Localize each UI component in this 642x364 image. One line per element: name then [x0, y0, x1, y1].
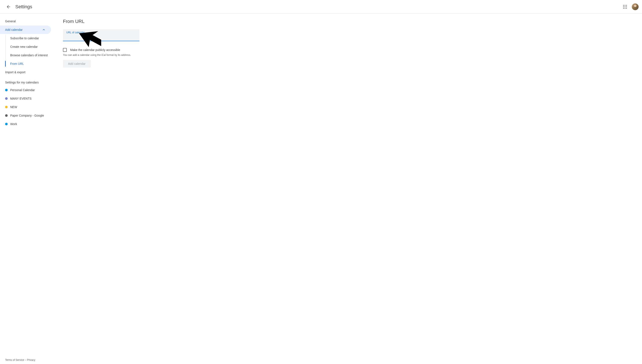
- sidebar-subitem-browse[interactable]: Browse calendars of interest: [0, 51, 55, 60]
- calendar-name: Personal Calendar: [10, 88, 35, 92]
- url-input[interactable]: [66, 34, 136, 40]
- calendar-item-personal[interactable]: Personal Calendar: [0, 86, 55, 94]
- chevron-up-icon: [42, 28, 46, 32]
- svg-point-6: [623, 8, 624, 9]
- footer: Terms of Service – Privacy: [0, 356, 642, 364]
- svg-point-2: [626, 5, 627, 6]
- calendar-item-many-events[interactable]: MANY EVENTS: [0, 94, 55, 103]
- sidebar-sublabel-browse: Browse calendars of interest: [10, 54, 48, 57]
- svg-point-3: [623, 6, 624, 7]
- sidebar-label-general: General: [5, 20, 16, 23]
- svg-point-0: [623, 5, 624, 6]
- helper-text: You can add a calendar using the iCal fo…: [63, 54, 633, 56]
- calendar-color-dot: [5, 97, 8, 100]
- calendar-color-dot: [5, 123, 8, 125]
- terms-link[interactable]: Terms of Service: [5, 358, 24, 362]
- account-avatar[interactable]: [632, 4, 638, 10]
- header-bar: Settings: [0, 0, 642, 14]
- calendar-name: NEW: [10, 105, 17, 109]
- sidebar-subitem-subscribe[interactable]: Subscribe to calendar: [0, 34, 55, 42]
- sidebar-item-general[interactable]: General: [0, 17, 51, 26]
- sidebar-subitem-from-url[interactable]: From URL: [0, 60, 55, 68]
- sidebar-sublabel-subscribe: Subscribe to calendar: [10, 36, 39, 40]
- public-checkbox[interactable]: [63, 48, 67, 52]
- svg-point-7: [624, 8, 625, 9]
- sidebar-subitem-create-new[interactable]: Create new calendar: [0, 42, 55, 51]
- apps-launcher-button[interactable]: [620, 2, 630, 12]
- calendar-name: Paper Company - Google: [10, 114, 44, 117]
- page-title: Settings: [15, 4, 32, 10]
- arrow-back-icon: [6, 4, 11, 9]
- calendar-color-dot: [5, 106, 8, 108]
- svg-point-5: [626, 6, 627, 7]
- calendar-color-dot: [5, 89, 8, 91]
- privacy-link[interactable]: Privacy: [27, 358, 35, 362]
- public-checkbox-row: Make the calendar publicly accessible: [63, 48, 633, 52]
- sidebar-item-import-export[interactable]: Import & export: [0, 68, 51, 76]
- svg-point-1: [624, 5, 625, 6]
- calendar-item-new[interactable]: NEW: [0, 103, 55, 111]
- url-input-container[interactable]: URL of calendar: [63, 29, 139, 41]
- calendar-name: Work: [10, 122, 17, 126]
- add-calendar-button[interactable]: Add calendar: [63, 60, 91, 68]
- calendar-item-paper-company[interactable]: Paper Company - Google: [0, 111, 55, 120]
- calendar-item-work[interactable]: Work: [0, 120, 55, 128]
- apps-grid-icon: [622, 4, 627, 9]
- svg-point-4: [624, 6, 625, 7]
- settings-sidebar: General Add calendar Subscribe to calend…: [0, 14, 55, 356]
- main-content-area: From URL URL of calendar Make the calend…: [55, 14, 642, 356]
- sidebar-item-add-calendar[interactable]: Add calendar: [0, 26, 51, 34]
- sidebar-label-add-calendar: Add calendar: [5, 28, 23, 32]
- footer-separator: –: [24, 358, 27, 362]
- public-checkbox-label: Make the calendar publicly accessible: [70, 48, 120, 52]
- sidebar-sublabel-create-new: Create new calendar: [10, 45, 38, 48]
- back-button[interactable]: [4, 2, 14, 12]
- sidebar-sublabel-from-url: From URL: [10, 62, 24, 66]
- add-calendar-submenu: Subscribe to calendar Create new calenda…: [0, 34, 55, 68]
- sidebar-label-import-export: Import & export: [5, 70, 26, 74]
- my-calendars-section-header: Settings for my calendars: [0, 76, 55, 86]
- calendar-name: MANY EVENTS: [10, 97, 32, 100]
- content-section-title: From URL: [63, 19, 633, 24]
- url-input-label: URL of calendar: [66, 31, 136, 34]
- svg-point-8: [626, 8, 627, 9]
- calendar-color-dot: [5, 114, 8, 117]
